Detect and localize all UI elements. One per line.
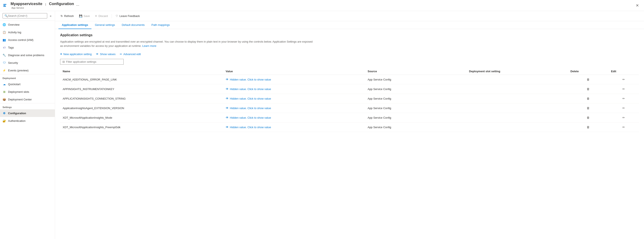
hidden-value-link: 👁 Hidden value. Click to show value <box>226 116 363 119</box>
eye-icon: 👁 <box>226 116 229 119</box>
hidden-value-link: 👁 Hidden value. Click to show value <box>226 87 363 91</box>
cell-slot <box>466 113 568 122</box>
col-header-name: Name <box>60 68 223 75</box>
col-header-delete: Delete <box>568 68 609 75</box>
cell-value[interactable]: 👁 Hidden value. Click to show value <box>223 103 365 113</box>
sidebar-item-events[interactable]: ⚡ Events (preview) <box>0 67 55 74</box>
more-options-icon[interactable]: ··· <box>76 3 79 8</box>
section-header-deployment: Deployment <box>0 74 55 80</box>
cell-delete[interactable]: 🗑 <box>568 75 609 84</box>
eye-icon: 👁 <box>226 78 229 81</box>
cell-edit[interactable]: ✏ <box>608 94 639 103</box>
cell-value[interactable]: 👁 Hidden value. Click to show value <box>223 84 365 94</box>
page-title: Configuration <box>49 2 74 6</box>
table-row: ApplicationInsightsAgent_EXTENSION_VERSI… <box>60 103 639 113</box>
cell-delete[interactable]: 🗑 <box>568 84 609 94</box>
cell-edit[interactable]: ✏ <box>608 75 639 84</box>
save-label: Save <box>84 15 90 18</box>
cell-delete[interactable]: 🗑 <box>568 122 609 132</box>
people-icon: 👥 <box>2 38 6 42</box>
wrench-icon: 🔧 <box>2 53 6 57</box>
sidebar-item-label: Diagnose and solve problems <box>8 54 44 57</box>
cell-value[interactable]: 👁 Hidden value. Click to show value <box>223 94 365 103</box>
tab-application-settings[interactable]: Application settings <box>58 21 92 29</box>
filter-box[interactable]: ⊟ <box>60 59 124 65</box>
sidebar-item-deployment-center[interactable]: 📦 Deployment Center <box>0 96 55 103</box>
learn-more-link[interactable]: Learn more <box>142 44 156 48</box>
refresh-button[interactable]: ↻ Refresh <box>58 13 76 19</box>
search-input[interactable] <box>8 14 45 17</box>
sidebar-item-configuration[interactable]: ⚙ Configuration <box>0 109 55 117</box>
sidebar-item-label: Quickstart <box>8 83 20 86</box>
discard-button[interactable]: ✕ Discard <box>93 13 110 19</box>
eye-icon: 👁 <box>226 97 229 100</box>
cell-value[interactable]: 👁 Hidden value. Click to show value <box>223 113 365 122</box>
tab-general-settings[interactable]: General settings <box>92 21 118 29</box>
hidden-value-link: 👁 Hidden value. Click to show value <box>226 97 363 100</box>
edit-button[interactable]: ✏ <box>622 77 626 82</box>
app-name: Myappservicesite <box>10 2 42 6</box>
sidebar-item-quickstart[interactable]: ☁ Quickstart <box>0 80 55 88</box>
sidebar-item-authentication[interactable]: 🔐 Authentication <box>0 117 55 125</box>
cell-edit[interactable]: ✏ <box>608 113 639 122</box>
sidebar-item-tags[interactable]: 🏷 Tags <box>0 44 55 51</box>
delete-button[interactable]: 🗑 <box>586 96 590 101</box>
tab-default-documents[interactable]: Default documents <box>118 21 148 29</box>
hidden-value-link: 👁 Hidden value. Click to show value <box>226 125 363 129</box>
sidebar-item-overview[interactable]: 🌐 Overview <box>0 21 55 28</box>
sidebar-item-label: Authentication <box>8 119 26 122</box>
collapse-sidebar-button[interactable]: « <box>49 13 52 19</box>
toolbar: ↻ Refresh 💾 Save ✕ Discard ♡ Leave Feedb… <box>55 11 644 21</box>
cell-value[interactable]: 👁 Hidden value. Click to show value <box>223 122 365 132</box>
cell-delete[interactable]: 🗑 <box>568 94 609 103</box>
show-values-button[interactable]: 👁 Show values <box>96 52 116 57</box>
logo-icon <box>4 4 6 7</box>
sidebar-item-label: Security <box>8 61 18 64</box>
cell-delete[interactable]: 🗑 <box>568 113 609 122</box>
edit-button[interactable]: ✏ <box>622 96 626 101</box>
search-box[interactable]: 🔍 <box>2 13 47 19</box>
sidebar-item-deployment-slots[interactable]: ⊞ Deployment slots <box>0 88 55 96</box>
edit-button[interactable]: ✏ <box>622 115 626 120</box>
app-subtitle: App Service <box>12 7 74 9</box>
edit-button[interactable]: ✏ <box>622 86 626 92</box>
col-header-edit: Edit <box>608 68 639 75</box>
delete-button[interactable]: 🗑 <box>586 125 590 130</box>
settings-table: Name Value Source Deployment slot settin… <box>60 68 639 132</box>
cell-value[interactable]: 👁 Hidden value. Click to show value <box>223 75 365 84</box>
close-button[interactable]: ✕ <box>634 2 640 9</box>
new-setting-button[interactable]: + New application setting <box>60 51 92 57</box>
sidebar-item-label: Access control (IAM) <box>8 38 34 42</box>
tab-path-mappings[interactable]: Path mappings <box>148 21 173 29</box>
sidebar-item-security[interactable]: 🛡 Security <box>0 59 55 67</box>
sidebar-item-activity-log[interactable]: 📋 Activity log <box>0 28 55 36</box>
tag-icon: 🏷 <box>2 46 6 49</box>
save-button[interactable]: 💾 Save <box>77 13 92 19</box>
feedback-button[interactable]: ♡ Leave Feedback <box>114 13 142 19</box>
delete-button[interactable]: 🗑 <box>586 115 590 120</box>
cell-edit[interactable]: ✏ <box>608 103 639 113</box>
cell-delete[interactable]: 🗑 <box>568 103 609 113</box>
page-content: Application settings Application setting… <box>55 29 644 239</box>
cell-slot <box>466 94 568 103</box>
cell-edit[interactable]: ✏ <box>608 84 639 94</box>
filter-input[interactable] <box>66 60 121 63</box>
edit-button[interactable]: ✏ <box>622 125 626 130</box>
sidebar-item-access-control[interactable]: 👥 Access control (IAM) <box>0 36 55 44</box>
table-row: ANCM_ADDITIONAL_ERROR_PAGE_LINK 👁 Hidden… <box>60 75 639 84</box>
cell-edit[interactable]: ✏ <box>608 122 639 132</box>
eye-icon: 👁 <box>96 53 99 56</box>
save-icon: 💾 <box>79 15 82 18</box>
content-area: ↻ Refresh 💾 Save ✕ Discard ♡ Leave Feedb… <box>55 11 644 239</box>
sidebar-item-diagnose[interactable]: 🔧 Diagnose and solve problems <box>0 51 55 59</box>
delete-button[interactable]: 🗑 <box>586 106 590 111</box>
delete-button[interactable]: 🗑 <box>586 77 590 82</box>
cell-slot <box>466 122 568 132</box>
delete-button[interactable]: 🗑 <box>586 86 590 92</box>
sidebar-item-label: Overview <box>8 23 20 26</box>
col-header-slot: Deployment slot setting <box>466 68 568 75</box>
table-row: APPINSIGHTS_INSTRUMENTATIONKEY 👁 Hidden … <box>60 84 639 94</box>
edit-button[interactable]: ✏ <box>622 106 626 111</box>
advanced-edit-button[interactable]: ✏ Advanced edit <box>120 52 141 57</box>
eye-icon: 👁 <box>226 125 229 129</box>
